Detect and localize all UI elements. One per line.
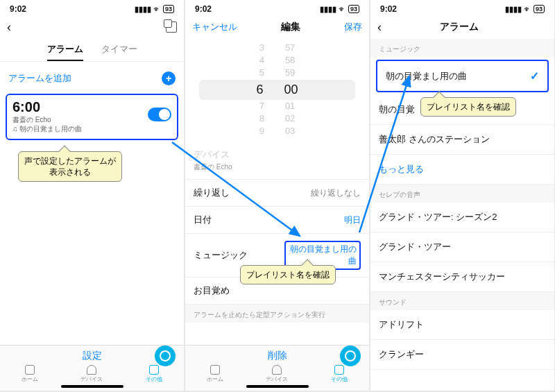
section-celeb: セレブの音声 [370, 185, 554, 203]
tabbar-more[interactable]: その他 [331, 365, 348, 383]
status-time: 9:02 [195, 4, 212, 14]
celeb-item[interactable]: グランド・ツアー [370, 232, 554, 262]
home-indicator [246, 385, 309, 388]
celeb-item[interactable]: マンチェスターシティサッカー [370, 262, 554, 292]
callout-3: プレイリスト名を確認 [420, 97, 516, 117]
nav-title: アラーム [440, 21, 479, 33]
alexa-fab[interactable] [155, 346, 176, 366]
callout-1: 声で設定したアラームが 表示される [18, 151, 122, 182]
nav-bar: キャンセル 編集 保存 [185, 15, 369, 39]
music-item[interactable]: 善太郎 さんのステーション [370, 125, 554, 155]
home-indicator [61, 385, 123, 388]
tab-alarm[interactable]: アラーム [47, 43, 83, 61]
section-music: ミュージック [370, 39, 554, 57]
tab-timer[interactable]: タイマー [101, 43, 137, 61]
nav-title: 編集 [281, 21, 300, 33]
cancel-button[interactable]: キャンセル [192, 21, 237, 33]
tab-bar-bottom: ホーム デバイス その他 [0, 364, 184, 383]
copy-icon[interactable] [166, 22, 177, 33]
sound-item[interactable]: アドリフト [370, 310, 554, 340]
sound-item[interactable]: クランギー [370, 340, 554, 370]
status-bar: 9:02 ▮▮▮▮ ᯤ 93 [370, 0, 554, 15]
plus-icon[interactable]: + [162, 71, 176, 85]
add-alarm-row[interactable]: アラームを追加 + [0, 66, 184, 91]
callout-2: プレイリスト名を確認 [240, 265, 336, 284]
screen-alarm-list: 9:02 ▮▮▮▮ ᯤ 93 ‹ アラーム タイマー アラームを追加 + 6:0… [0, 0, 184, 391]
add-alarm-label: アラームを追加 [8, 72, 71, 85]
tabbar-device[interactable]: デバイス [266, 365, 288, 383]
bottom-bar: 削除 ホーム デバイス その他 [185, 345, 369, 391]
nav-bar: ‹ アラーム [370, 15, 554, 39]
nav-bar: ‹ [0, 15, 184, 39]
back-icon[interactable]: ‹ [377, 20, 382, 35]
more-link[interactable]: もっと見る [370, 155, 554, 185]
tabbar-home[interactable]: ホーム [22, 365, 38, 383]
alarm-music: ♫ 朝の目覚まし用の曲 [12, 124, 171, 133]
celeb-item[interactable]: グランド・ツアー: シーズン2 [370, 203, 554, 232]
status-time: 9:02 [10, 4, 26, 14]
alarm-toggle[interactable] [148, 108, 171, 121]
status-time: 9:02 [380, 4, 397, 14]
selected-music-highlight: 朝の目覚まし用の曲 ✓ [376, 60, 549, 92]
status-bar: 9:02 ▮▮▮▮ ᯤ 93 [0, 0, 184, 15]
back-icon[interactable]: ‹ [7, 20, 11, 35]
repeat-row[interactable]: 繰り返し 繰り返しなし [185, 180, 369, 207]
check-icon: ✓ [530, 69, 539, 83]
tab-bar: アラーム タイマー [0, 39, 184, 61]
tabbar-device[interactable]: デバイス [80, 365, 103, 383]
save-button[interactable]: 保存 [344, 21, 362, 33]
alarm-card[interactable]: 6:00 書斎の Echo ♫ 朝の目覚まし用の曲 [6, 94, 178, 140]
alexa-fab[interactable] [340, 346, 361, 366]
status-bar: 9:02 ▮▮▮▮ ᯤ 93 [185, 0, 369, 15]
section-sound: サウンド [370, 292, 554, 310]
settings-button[interactable]: 設定 [83, 350, 102, 362]
routine-label: アラームを止めたら定型アクションを実行 [185, 305, 369, 323]
date-row[interactable]: 日付 明日 [185, 207, 369, 234]
device-row: デバイス 書斎の Echo [185, 142, 369, 180]
status-icons: ▮▮▮▮ ᯤ 93 [135, 5, 174, 14]
delete-button[interactable]: 削除 [268, 350, 287, 362]
music-item-selected[interactable]: 朝の目覚まし用の曲 ✓ [377, 61, 547, 91]
screen-edit-alarm: 9:02 ▮▮▮▮ ᯤ 93 キャンセル 編集 保存 357 458 559 6… [185, 0, 369, 391]
time-picker[interactable]: 357 458 559 600 701 802 903 [185, 39, 369, 142]
bottom-bar: 設定 ホーム デバイス その他 [0, 345, 184, 391]
tabbar-home[interactable]: ホーム [207, 365, 223, 383]
screen-alarm-sound: 9:02 ▮▮▮▮ ᯤ 93 ‹ アラーム ミュージック 朝の目覚まし用の曲 ✓… [370, 0, 554, 391]
tabbar-more[interactable]: その他 [146, 365, 162, 383]
